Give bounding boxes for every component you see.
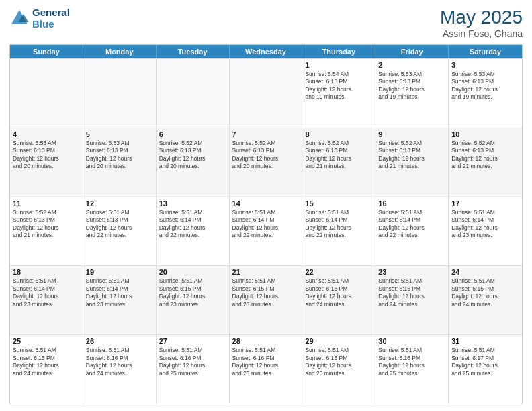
cal-cell: 11Sunrise: 5:52 AM Sunset: 6:13 PM Dayli… [10,197,83,266]
day-number: 11 [13,199,80,208]
cell-text: Sunrise: 5:54 AM Sunset: 6:13 PM Dayligh… [305,71,372,101]
day-number: 2 [378,61,445,69]
cal-cell [157,59,230,128]
cell-text: Sunrise: 5:53 AM Sunset: 6:13 PM Dayligh… [378,71,445,101]
cal-cell: 26Sunrise: 5:51 AM Sunset: 6:16 PM Dayli… [83,335,157,404]
cell-text: Sunrise: 5:52 AM Sunset: 6:13 PM Dayligh… [305,140,372,171]
cal-cell: 28Sunrise: 5:51 AM Sunset: 6:16 PM Dayli… [230,335,303,404]
day-number: 9 [378,130,445,138]
day-header-saturday: Saturday [449,45,522,58]
cal-cell: 27Sunrise: 5:51 AM Sunset: 6:16 PM Dayli… [157,335,230,404]
cal-cell: 15Sunrise: 5:51 AM Sunset: 6:14 PM Dayli… [302,197,375,266]
day-number: 10 [451,130,519,138]
logo: General Blue [9,7,70,30]
cell-text: Sunrise: 5:53 AM Sunset: 6:13 PM Dayligh… [86,140,153,171]
cell-text: Sunrise: 5:51 AM Sunset: 6:16 PM Dayligh… [378,347,445,377]
cell-text: Sunrise: 5:52 AM Sunset: 6:13 PM Dayligh… [451,140,519,171]
day-number: 30 [378,337,445,345]
cell-text: Sunrise: 5:51 AM Sunset: 6:16 PM Dayligh… [232,347,300,377]
cell-text: Sunrise: 5:51 AM Sunset: 6:15 PM Dayligh… [159,277,226,308]
cal-cell [10,59,83,128]
day-number: 5 [86,130,153,138]
cal-cell: 7Sunrise: 5:52 AM Sunset: 6:13 PM Daylig… [230,128,303,197]
cell-text: Sunrise: 5:51 AM Sunset: 6:14 PM Dayligh… [159,209,226,240]
cal-cell: 9Sunrise: 5:52 AM Sunset: 6:13 PM Daylig… [375,128,449,197]
cell-text: Sunrise: 5:52 AM Sunset: 6:13 PM Dayligh… [232,140,300,171]
cell-text: Sunrise: 5:52 AM Sunset: 6:13 PM Dayligh… [378,140,445,171]
day-number: 22 [305,268,372,276]
day-number: 6 [159,130,226,138]
day-number: 21 [232,268,300,276]
cell-text: Sunrise: 5:51 AM Sunset: 6:14 PM Dayligh… [451,209,519,240]
day-number: 7 [232,130,300,138]
day-number: 31 [451,337,519,345]
page: General Blue May 2025 Assin Foso, Ghana … [0,0,532,411]
day-number: 14 [232,199,300,208]
cal-cell: 16Sunrise: 5:51 AM Sunset: 6:14 PM Dayli… [375,197,449,266]
cell-text: Sunrise: 5:51 AM Sunset: 6:14 PM Dayligh… [305,209,372,240]
day-number: 12 [86,199,153,208]
cal-cell: 23Sunrise: 5:51 AM Sunset: 6:15 PM Dayli… [375,266,449,334]
cal-cell: 19Sunrise: 5:51 AM Sunset: 6:14 PM Dayli… [83,266,157,334]
calendar-header: SundayMondayTuesdayWednesdayThursdayFrid… [10,45,522,58]
week-row-1: 1Sunrise: 5:54 AM Sunset: 6:13 PM Daylig… [10,58,522,128]
cell-text: Sunrise: 5:51 AM Sunset: 6:13 PM Dayligh… [86,209,153,240]
cell-text: Sunrise: 5:52 AM Sunset: 6:13 PM Dayligh… [13,209,80,240]
cal-cell: 30Sunrise: 5:51 AM Sunset: 6:16 PM Dayli… [375,335,449,404]
day-number: 8 [305,130,372,138]
cell-text: Sunrise: 5:51 AM Sunset: 6:14 PM Dayligh… [86,277,153,308]
header: General Blue May 2025 Assin Foso, Ghana [9,7,523,39]
cal-cell: 8Sunrise: 5:52 AM Sunset: 6:13 PM Daylig… [302,128,375,197]
cell-text: Sunrise: 5:53 AM Sunset: 6:13 PM Dayligh… [451,71,519,101]
day-number: 24 [451,268,519,276]
day-number: 13 [159,199,226,208]
cal-cell [83,59,157,128]
day-number: 17 [451,199,519,208]
day-header-wednesday: Wednesday [230,45,303,58]
cal-cell: 6Sunrise: 5:52 AM Sunset: 6:13 PM Daylig… [157,128,230,197]
month-year: May 2025 [440,7,523,28]
logo-text: General Blue [32,7,70,30]
cell-text: Sunrise: 5:51 AM Sunset: 6:15 PM Dayligh… [378,277,445,308]
cal-cell: 17Sunrise: 5:51 AM Sunset: 6:14 PM Dayli… [449,197,522,266]
day-number: 29 [305,337,372,345]
day-header-monday: Monday [83,45,157,58]
cell-text: Sunrise: 5:52 AM Sunset: 6:13 PM Dayligh… [159,140,226,171]
cell-text: Sunrise: 5:51 AM Sunset: 6:17 PM Dayligh… [451,347,519,377]
cal-cell: 4Sunrise: 5:53 AM Sunset: 6:13 PM Daylig… [10,128,83,197]
cal-cell: 22Sunrise: 5:51 AM Sunset: 6:15 PM Dayli… [302,266,375,334]
logo-icon [9,8,30,28]
cal-cell: 5Sunrise: 5:53 AM Sunset: 6:13 PM Daylig… [83,128,157,197]
week-row-5: 25Sunrise: 5:51 AM Sunset: 6:15 PM Dayli… [10,334,522,404]
cal-cell: 24Sunrise: 5:51 AM Sunset: 6:15 PM Dayli… [449,266,522,334]
cell-text: Sunrise: 5:51 AM Sunset: 6:14 PM Dayligh… [232,209,300,240]
cell-text: Sunrise: 5:51 AM Sunset: 6:15 PM Dayligh… [305,277,372,308]
day-number: 23 [378,268,445,276]
location: Assin Foso, Ghana [440,28,523,39]
day-header-sunday: Sunday [10,45,83,58]
cal-cell: 29Sunrise: 5:51 AM Sunset: 6:16 PM Dayli… [302,335,375,404]
cell-text: Sunrise: 5:51 AM Sunset: 6:16 PM Dayligh… [305,347,372,377]
cal-cell: 20Sunrise: 5:51 AM Sunset: 6:15 PM Dayli… [157,266,230,334]
cell-text: Sunrise: 5:51 AM Sunset: 6:15 PM Dayligh… [13,347,80,377]
title-block: May 2025 Assin Foso, Ghana [440,7,523,39]
day-number: 3 [451,61,519,69]
cell-text: Sunrise: 5:51 AM Sunset: 6:16 PM Dayligh… [159,347,226,377]
cal-cell: 10Sunrise: 5:52 AM Sunset: 6:13 PM Dayli… [449,128,522,197]
day-number: 16 [378,199,445,208]
day-header-friday: Friday [375,45,449,58]
day-header-tuesday: Tuesday [157,45,230,58]
day-header-thursday: Thursday [302,45,375,58]
day-number: 19 [86,268,153,276]
cal-cell: 2Sunrise: 5:53 AM Sunset: 6:13 PM Daylig… [375,59,449,128]
week-row-4: 18Sunrise: 5:51 AM Sunset: 6:14 PM Dayli… [10,265,522,334]
cell-text: Sunrise: 5:53 AM Sunset: 6:13 PM Dayligh… [13,140,80,171]
cal-cell: 3Sunrise: 5:53 AM Sunset: 6:13 PM Daylig… [449,59,522,128]
cell-text: Sunrise: 5:51 AM Sunset: 6:14 PM Dayligh… [378,209,445,240]
cal-cell [230,59,303,128]
cell-text: Sunrise: 5:51 AM Sunset: 6:16 PM Dayligh… [86,347,153,377]
cal-cell: 14Sunrise: 5:51 AM Sunset: 6:14 PM Dayli… [230,197,303,266]
day-number: 26 [86,337,153,345]
cell-text: Sunrise: 5:51 AM Sunset: 6:14 PM Dayligh… [13,277,80,308]
cell-text: Sunrise: 5:51 AM Sunset: 6:15 PM Dayligh… [232,277,300,308]
